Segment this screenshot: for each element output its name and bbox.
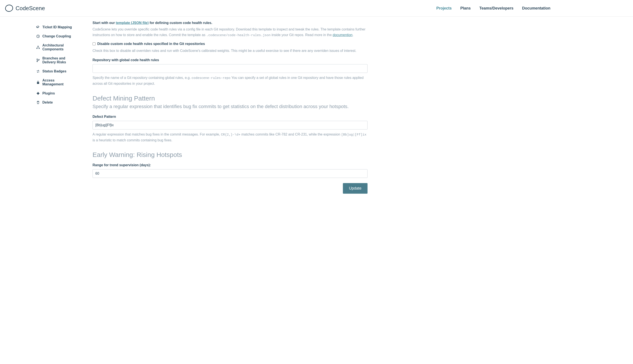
sidebar-item-branches[interactable]: Branches and Delivery Risks xyxy=(36,54,74,67)
ticket-icon xyxy=(36,26,40,29)
documentation-link[interactable]: documention xyxy=(333,33,352,37)
sidebar-item-label: Ticket ID Mapping xyxy=(42,25,72,29)
sidebar-item-label: Status Badges xyxy=(42,70,66,73)
main-nav: Projects Plans Teams/Developers Document… xyxy=(436,6,550,10)
desc-part2a: inside your Git repos. Read more in the xyxy=(271,33,333,37)
sidebar-item-access[interactable]: Access Management xyxy=(36,76,74,89)
defect-help-code1: CR{2,}-\d+ xyxy=(221,133,240,136)
svg-point-0 xyxy=(5,4,13,12)
sidebar: Ticket ID Mapping Change Coupling Archit… xyxy=(0,21,74,202)
sitemap-icon xyxy=(36,46,40,49)
sidebar-item-label: Architectural Components xyxy=(42,44,74,51)
desc-part2b: . xyxy=(352,33,353,37)
range-label: Range for trend supervision (days): xyxy=(92,163,368,167)
defect-mining-sub: Specify a regular expression that identi… xyxy=(92,103,368,110)
range-input[interactable] xyxy=(92,169,368,178)
logo-icon xyxy=(5,4,14,12)
intro-prefix: Start with our xyxy=(92,21,116,25)
sidebar-item-label: Branches and Delivery Risks xyxy=(42,56,74,64)
disable-rules-checkbox[interactable] xyxy=(92,42,96,46)
logo-area[interactable]: CodeScene xyxy=(5,4,45,12)
nav-plans[interactable]: Plans xyxy=(460,6,471,10)
button-row: Update xyxy=(92,183,368,194)
branch-icon xyxy=(36,58,40,62)
repo-help-code: codescene-rules-repo xyxy=(192,76,230,80)
sidebar-item-ticket-mapping[interactable]: Ticket ID Mapping xyxy=(36,23,74,32)
lock-icon xyxy=(36,80,40,84)
sidebar-item-label: Access Management xyxy=(42,78,74,86)
defect-help-1: A regular expression that matches bug fi… xyxy=(92,132,221,136)
sidebar-item-change-coupling[interactable]: Change Coupling xyxy=(36,32,74,41)
repo-label: Repository with global code health rules xyxy=(92,58,368,62)
template-intro: Start with our template (JSON file) for … xyxy=(92,21,368,25)
code-health-description: CodeScene lets you override specific cod… xyxy=(92,26,368,38)
defect-mining-heading: Defect Mining Pattern xyxy=(92,95,368,102)
repo-help: Specify the name of a Git repository con… xyxy=(92,75,368,86)
update-button[interactable]: Update xyxy=(343,183,368,194)
defect-pattern-input[interactable] xyxy=(92,121,368,130)
svg-rect-4 xyxy=(36,48,38,49)
disable-rules-help: Check this box to disable all overriden … xyxy=(92,48,368,54)
svg-rect-5 xyxy=(39,48,40,49)
svg-point-7 xyxy=(37,61,38,62)
sidebar-item-delete[interactable]: Delete xyxy=(36,98,74,107)
early-warning-heading: Early Warning: Rising Hotspots xyxy=(92,151,368,158)
nav-teams[interactable]: Teams/Developers xyxy=(479,6,514,10)
puzzle-icon xyxy=(36,92,40,95)
clock-icon xyxy=(36,34,40,38)
intro-suffix: for defining custom code health rules. xyxy=(149,21,212,25)
defect-help-3: is a heuristic to match commits containi… xyxy=(92,138,172,142)
code-path: .codescene/code-health-rules.json xyxy=(206,34,271,37)
sidebar-item-status-badges[interactable]: Status Badges xyxy=(36,67,74,76)
sidebar-item-architectural[interactable]: Architectural Components xyxy=(36,41,74,54)
brand-text: CodeScene xyxy=(16,5,45,12)
main-wrapper: Ticket ID Mapping Change Coupling Archit… xyxy=(0,17,633,202)
repo-input[interactable] xyxy=(92,64,368,73)
sidebar-item-label: Plugins xyxy=(42,92,55,95)
defect-help-code2: [Bb]ug|[Ff]ix xyxy=(341,133,366,136)
nav-documentation[interactable]: Documentation xyxy=(522,6,550,10)
svg-point-8 xyxy=(38,59,39,60)
template-link[interactable]: template (JSON file) xyxy=(116,21,149,25)
trash-icon xyxy=(36,101,40,104)
repo-help-1: Specify the name of a Git repository con… xyxy=(92,76,192,80)
svg-point-6 xyxy=(37,59,38,60)
sidebar-item-plugins[interactable]: Plugins xyxy=(36,89,74,98)
defect-pattern-help: A regular expression that matches bug fi… xyxy=(92,132,368,143)
svg-rect-1 xyxy=(36,26,39,28)
disable-rules-row: Disable custom code health rules specifi… xyxy=(92,42,368,46)
content-area: Start with our template (JSON file) for … xyxy=(74,21,380,202)
exchange-icon xyxy=(36,70,40,73)
disable-rules-label[interactable]: Disable custom code health rules specifi… xyxy=(97,42,205,46)
sidebar-item-label: Delete xyxy=(42,100,53,104)
nav-projects[interactable]: Projects xyxy=(436,6,452,10)
svg-rect-9 xyxy=(37,82,39,84)
svg-rect-3 xyxy=(38,46,38,47)
app-header: CodeScene Projects Plans Teams/Developer… xyxy=(0,0,633,17)
defect-help-2: matches commits like CR-782 and CR-231, … xyxy=(240,132,341,136)
defect-pattern-label: Defect Pattern xyxy=(92,115,368,119)
sidebar-item-label: Change Coupling xyxy=(42,34,71,38)
